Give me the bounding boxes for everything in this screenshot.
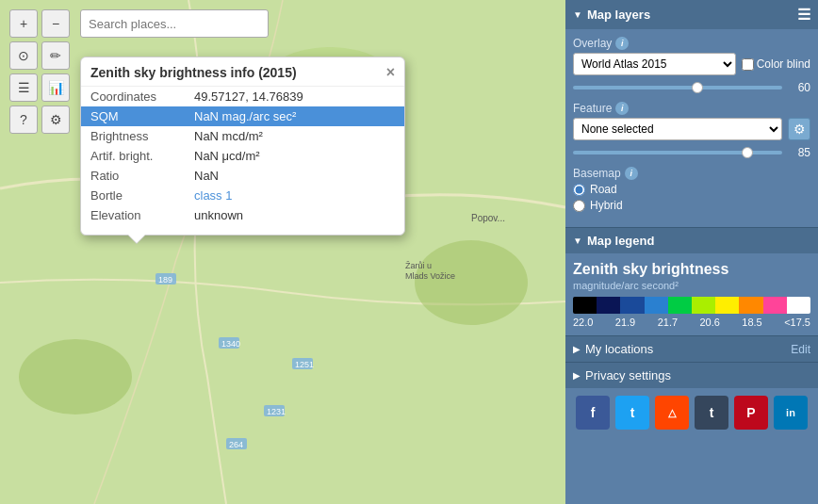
map-legend-header[interactable]: ▼ Map legend (565, 228, 818, 253)
svg-text:264: 264 (229, 440, 243, 449)
svg-text:189: 189 (158, 275, 172, 285)
table-row: Artif. bright. NaN μcd/m² (81, 146, 404, 166)
popup-table: Coordinates 49.57127, 14.76839 SQM NaN m… (81, 87, 404, 225)
feature-label: Feature i (573, 102, 810, 115)
legend-value: <17.5 (784, 317, 810, 328)
row-value: class 1 (185, 186, 404, 205)
color-blind-label: Color blind (742, 57, 810, 71)
map-layers-label: Map layers (587, 8, 650, 22)
svg-text:Popov...: Popov... (471, 213, 505, 223)
svg-text:1231: 1231 (267, 407, 286, 416)
close-icon[interactable]: × (386, 65, 395, 80)
table-row: Brightness NaN mcd/m² (81, 126, 404, 146)
feature-info-icon[interactable]: i (615, 102, 629, 115)
row-label: Elevation (81, 205, 185, 225)
legend-value: 22.0 (573, 317, 593, 328)
basemap-hybrid-label: Hybrid (590, 199, 623, 212)
measure-button[interactable]: ✏ (41, 41, 70, 70)
overlay-opacity-value: 60 (788, 81, 810, 94)
chevron-down-icon: ▼ (573, 9, 582, 20)
svg-text:Mlads Vožice: Mlads Vožice (405, 271, 455, 281)
basemap-info-icon[interactable]: i (625, 167, 638, 180)
row-value: 49.57127, 14.76839 (185, 87, 404, 106)
basemap-section: Road Hybrid (573, 183, 810, 212)
row-label: Coordinates (81, 87, 185, 106)
privacy-settings-header[interactable]: ▶ Privacy settings (565, 363, 818, 388)
twitter-button[interactable]: t (615, 396, 649, 430)
feature-opacity-slider[interactable] (573, 151, 782, 154)
overlay-slider-row: 60 (573, 81, 810, 94)
reddit-button[interactable]: △ (655, 396, 689, 430)
svg-text:1340: 1340 (221, 339, 240, 349)
overlay-opacity-slider[interactable] (573, 86, 782, 89)
overlay-row: World Atlas 2015 Color blind (573, 53, 810, 75)
table-row-highlight: SQM NaN mag./arc sec² (81, 106, 404, 126)
legend-gradient (573, 297, 810, 314)
menu-icon[interactable]: ☰ (797, 6, 810, 24)
feature-opacity-value: 85 (788, 146, 810, 159)
row-value: unknown (185, 205, 404, 225)
settings-button[interactable]: ⚙ (41, 106, 70, 134)
overlay-info-icon[interactable]: i (615, 37, 629, 50)
facebook-button[interactable]: f (576, 396, 610, 430)
legend-labels: 22.0 21.9 21.7 20.6 18.5 <17.5 (573, 317, 810, 328)
table-row: Coordinates 49.57127, 14.76839 (81, 87, 404, 106)
row-label: Bortle (81, 186, 185, 205)
chevron-right-icon: ▶ (573, 344, 581, 354)
legend-value: 20.6 (699, 317, 719, 328)
location-button[interactable]: ⊙ (9, 41, 38, 70)
svg-text:Žarůi u: Žarůi u (405, 261, 432, 270)
search-bar (80, 9, 269, 38)
linkedin-button[interactable]: in (774, 396, 808, 430)
row-value: NaN mag./arc sec² (185, 106, 404, 126)
overlay-select[interactable]: World Atlas 2015 (573, 53, 736, 75)
chevron-right-icon: ▶ (573, 370, 581, 381)
tumblr-button[interactable]: t (695, 396, 728, 430)
privacy-settings-label: Privacy settings (585, 368, 671, 382)
social-row: f t △ t P in (565, 388, 818, 437)
map-layers-body: Overlay i World Atlas 2015 Color blind 6… (565, 29, 818, 227)
feature-select[interactable]: None selected (573, 118, 782, 140)
row-value: NaN (185, 166, 404, 186)
legend-title: Zenith sky brightness (573, 261, 810, 278)
chart-button[interactable]: 📊 (41, 73, 70, 102)
help-button[interactable]: ? (9, 106, 38, 134)
basemap-hybrid-radio[interactable] (573, 200, 585, 212)
map-toolbar: + − ⊙ ✏ ☰ 📊 ? ⚙ (9, 9, 70, 134)
legend-section: Zenith sky brightness magnitude/arc seco… (565, 253, 818, 335)
color-blind-checkbox[interactable] (742, 58, 754, 71)
basemap-hybrid-row: Hybrid (573, 199, 810, 212)
svg-point-1 (19, 339, 132, 415)
legend-value: 18.5 (742, 317, 761, 328)
legend-value: 21.7 (658, 317, 678, 328)
map-area[interactable]: Popov... Žarůi u Mlads Vožice 189 1340 1… (0, 0, 565, 504)
basemap-road-radio[interactable] (573, 184, 585, 196)
feature-gear-button[interactable]: ⚙ (788, 118, 810, 140)
basemap-label: Basemap i (573, 167, 810, 180)
row-label: Brightness (81, 126, 185, 146)
pinterest-button[interactable]: P (734, 396, 768, 430)
table-row: Bortle class 1 (81, 186, 404, 205)
right-panel: ▼ Map layers ☰ Overlay i World Atlas 201… (565, 0, 818, 504)
basemap-road-row: Road (573, 183, 810, 196)
legend-subtitle: magnitude/arc second² (573, 280, 810, 291)
map-layers-header[interactable]: ▼ Map layers ☰ (565, 0, 818, 29)
zoom-out-button[interactable]: − (41, 9, 70, 38)
layers-button[interactable]: ☰ (9, 73, 38, 102)
map-legend-label: Map legend (587, 234, 655, 248)
edit-link[interactable]: Edit (791, 343, 810, 356)
row-label: Ratio (81, 166, 185, 186)
svg-text:1251: 1251 (295, 360, 314, 369)
bortle-link[interactable]: class 1 (194, 188, 232, 203)
table-row: Ratio NaN (81, 166, 404, 186)
row-value: NaN mcd/m² (185, 126, 404, 146)
chevron-down-icon: ▼ (573, 236, 582, 246)
feature-slider-row: 85 (573, 146, 810, 159)
my-locations-header[interactable]: ▶ My locations Edit (565, 336, 818, 362)
legend-value: 21.9 (615, 317, 635, 328)
row-value: NaN μcd/m² (185, 146, 404, 166)
overlay-label: Overlay i (573, 37, 810, 50)
popup-title: Zenith sky brightness info (2015) (90, 65, 297, 80)
zoom-in-button[interactable]: + (9, 9, 38, 38)
search-input[interactable] (80, 9, 269, 38)
